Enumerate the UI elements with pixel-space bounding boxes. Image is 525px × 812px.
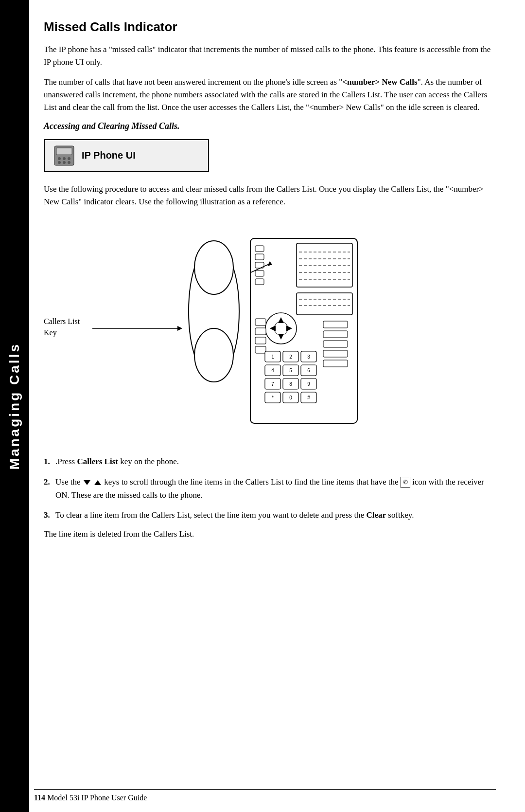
svg-text:6: 6 xyxy=(307,368,310,373)
step-2: 2. Use the keys to scroll through the li… xyxy=(44,475,496,502)
svg-text:*: * xyxy=(272,395,274,400)
svg-rect-23 xyxy=(255,246,264,252)
bold-new-calls: <number> New Calls xyxy=(342,77,417,87)
svg-text:3: 3 xyxy=(307,354,310,360)
svg-point-4 xyxy=(68,157,70,160)
svg-rect-14 xyxy=(297,243,352,287)
svg-point-29 xyxy=(274,322,288,335)
svg-marker-9 xyxy=(177,326,182,331)
svg-point-7 xyxy=(68,161,70,164)
svg-rect-26 xyxy=(255,271,264,276)
receiver-icon: ✆ xyxy=(401,477,410,488)
svg-point-6 xyxy=(63,161,66,164)
footer: 114 Model 53i IP Phone User Guide xyxy=(34,789,496,802)
svg-text:4: 4 xyxy=(271,368,274,373)
svg-rect-34 xyxy=(255,319,266,325)
svg-rect-66 xyxy=(323,360,348,367)
clear-bold: Clear xyxy=(366,510,386,520)
arrow-up-icon xyxy=(94,480,101,485)
svg-point-3 xyxy=(63,157,66,160)
svg-point-5 xyxy=(58,161,61,164)
svg-rect-36 xyxy=(255,337,266,344)
sidebar: Managing Calls xyxy=(0,0,29,812)
page-number: 114 xyxy=(34,794,45,802)
svg-rect-24 xyxy=(255,254,264,260)
arrow-down-icon xyxy=(84,480,90,485)
svg-rect-1 xyxy=(56,148,72,155)
svg-point-12 xyxy=(194,328,233,382)
paragraph-1: The IP phone has a "missed calls" indica… xyxy=(44,43,496,69)
sidebar-label: Managing Calls xyxy=(7,343,22,469)
svg-text:2: 2 xyxy=(289,354,292,360)
phone-handset-icon xyxy=(53,145,75,166)
italic-heading: Accessing and Clearing Missed Calls. xyxy=(44,121,496,131)
step-1: 1. .Press Callers List key on the phone. xyxy=(44,455,496,468)
svg-text:1: 1 xyxy=(271,354,274,360)
arrow-line xyxy=(92,324,190,333)
result-text: The line item is deleted from the Caller… xyxy=(44,529,496,539)
svg-rect-64 xyxy=(323,341,348,347)
callers-list-bold: Callers List xyxy=(77,457,118,466)
footer-text: 114 Model 53i IP Phone User Guide xyxy=(34,794,147,802)
steps-list: 1. .Press Callers List key on the phone.… xyxy=(44,455,496,522)
svg-rect-27 xyxy=(255,279,264,285)
svg-rect-20 xyxy=(297,293,352,315)
svg-rect-62 xyxy=(323,321,348,328)
step-3: 3. To clear a line item from the Callers… xyxy=(44,508,496,522)
procedure-text: Use the following procedure to access an… xyxy=(44,183,496,209)
svg-rect-65 xyxy=(323,350,348,357)
svg-point-2 xyxy=(58,157,61,160)
main-content: Missed Calls Indicator The IP phone has … xyxy=(34,0,525,568)
svg-text:#: # xyxy=(307,395,310,400)
svg-rect-37 xyxy=(255,346,266,353)
footer-model-text: Model 53i IP Phone User Guide xyxy=(45,794,147,802)
ip-phone-ui-box: IP Phone UI xyxy=(44,139,209,172)
svg-text:5: 5 xyxy=(289,368,292,373)
svg-text:0: 0 xyxy=(289,395,292,400)
phone-illustration: 1 2 3 4 5 6 7 8 9 * xyxy=(160,224,374,440)
svg-text:9: 9 xyxy=(307,381,310,387)
svg-text:8: 8 xyxy=(289,381,292,387)
illustration-area: Callers List Key xyxy=(44,219,496,440)
svg-rect-35 xyxy=(255,328,266,335)
ip-phone-label: IP Phone UI xyxy=(82,150,136,161)
paragraph-2: The number of calls that have not been a… xyxy=(44,76,496,114)
svg-point-11 xyxy=(194,241,233,294)
svg-text:7: 7 xyxy=(271,381,274,387)
svg-rect-63 xyxy=(323,331,348,338)
page-title: Missed Calls Indicator xyxy=(44,19,496,35)
phone-svg: 1 2 3 4 5 6 7 8 9 * xyxy=(160,224,374,438)
